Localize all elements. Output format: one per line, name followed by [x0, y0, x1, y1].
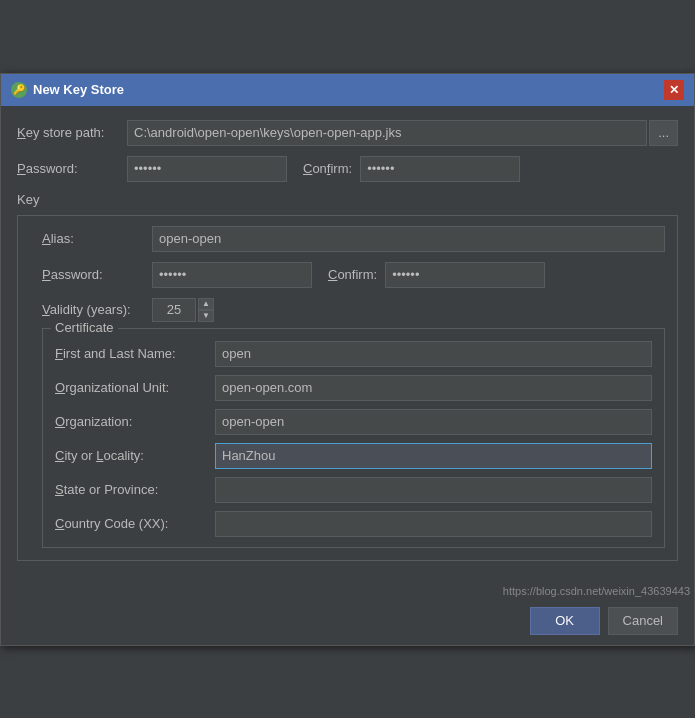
keystore-path-label-underline: K: [17, 125, 26, 140]
keystore-path-label: Key store path:: [17, 125, 127, 140]
ok-button[interactable]: OK: [530, 607, 600, 635]
keystore-path-input[interactable]: [127, 120, 647, 146]
key-confirm-group: Confirm:: [328, 262, 545, 288]
state-input[interactable]: [215, 477, 652, 503]
state-label: State or Province:: [55, 482, 215, 497]
keystore-confirm-label: Confirm:: [303, 161, 352, 176]
browse-button[interactable]: ...: [649, 120, 678, 146]
validity-spinner: ▲ ▼: [198, 298, 214, 322]
title-bar: 🔑 New Key Store ✕: [1, 74, 694, 106]
key-section: Alias: Password: Confirm:: [17, 215, 678, 561]
org-unit-label: Organizational Unit:: [55, 380, 215, 395]
keystore-confirm-group: Confirm:: [303, 156, 520, 182]
keystore-password-row: Password: Confirm:: [17, 156, 678, 182]
validity-label: Validity (years):: [42, 302, 152, 317]
country-code-label: Country Code (XX):: [55, 516, 215, 531]
cancel-button[interactable]: Cancel: [608, 607, 678, 635]
certificate-title: Certificate: [51, 320, 118, 335]
key-confirm-label: Confirm:: [328, 267, 377, 282]
title-bar-left: 🔑 New Key Store: [11, 82, 124, 98]
org-unit-input[interactable]: [215, 375, 652, 401]
alias-label: Alias:: [42, 231, 152, 246]
state-row: State or Province:: [55, 477, 652, 503]
city-input[interactable]: [215, 443, 652, 469]
validity-input[interactable]: [152, 298, 196, 322]
organization-input[interactable]: [215, 409, 652, 435]
first-last-name-label: First and Last Name:: [55, 346, 215, 361]
city-label: City or Locality:: [55, 448, 215, 463]
country-code-row: Country Code (XX):: [55, 511, 652, 537]
country-code-input[interactable]: [215, 511, 652, 537]
key-confirm-input[interactable]: [385, 262, 545, 288]
key-password-label: Password:: [42, 267, 152, 282]
keystore-password-label: Password:: [17, 161, 127, 176]
first-last-name-row: First and Last Name:: [55, 341, 652, 367]
keystore-password-input[interactable]: [127, 156, 287, 182]
url-hint: https://blog.csdn.net/weixin_43639443: [1, 585, 694, 599]
spinner-down-button[interactable]: ▼: [198, 310, 214, 322]
organization-row: Organization:: [55, 409, 652, 435]
bottom-bar: OK Cancel: [1, 599, 694, 645]
spinner-up-button[interactable]: ▲: [198, 298, 214, 310]
close-button[interactable]: ✕: [664, 80, 684, 100]
certificate-section: Certificate First and Last Name: Organiz…: [42, 328, 665, 548]
dialog-icon: 🔑: [11, 82, 27, 98]
org-unit-row: Organizational Unit:: [55, 375, 652, 401]
dialog-title: New Key Store: [33, 82, 124, 97]
city-row: City or Locality:: [55, 443, 652, 469]
first-last-name-input[interactable]: [215, 341, 652, 367]
keystore-path-row: Key store path: ...: [17, 120, 678, 146]
key-password-row: Password: Confirm:: [42, 262, 665, 288]
keystore-confirm-input[interactable]: [360, 156, 520, 182]
dialog-body: Key store path: ... Password: Confirm: K…: [1, 106, 694, 585]
new-key-store-dialog: 🔑 New Key Store ✕ Key store path: ... Pa…: [0, 73, 695, 646]
key-password-input[interactable]: [152, 262, 312, 288]
alias-input[interactable]: [152, 226, 665, 252]
organization-label: Organization:: [55, 414, 215, 429]
key-section-label: Key: [17, 192, 678, 207]
validity-row: Validity (years): ▲ ▼: [42, 298, 665, 322]
alias-row: Alias:: [42, 226, 665, 252]
